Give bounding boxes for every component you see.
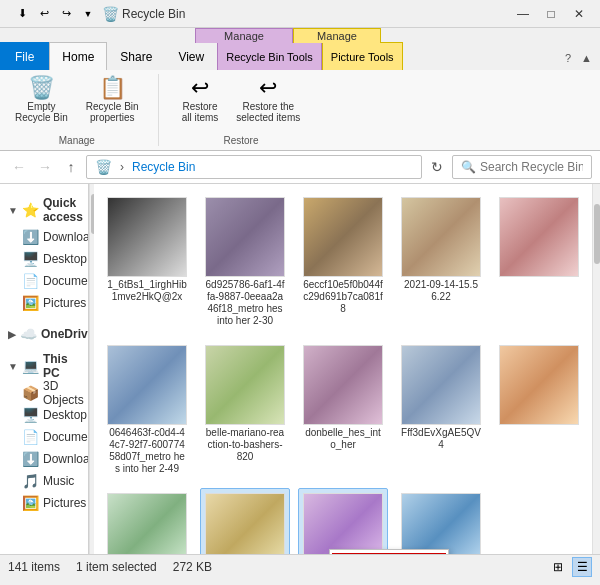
forward-btn[interactable]: → [34, 156, 56, 178]
search-input[interactable] [480, 160, 583, 174]
ribbon-content: 🗑️ EmptyRecycle Bin 📋 Recycle Binpropert… [0, 70, 600, 150]
ribbon-group-manage: 🗑️ EmptyRecycle Bin 📋 Recycle Binpropert… [8, 74, 159, 146]
documents-label: Documents [43, 274, 89, 288]
recycle-bin-properties-btn[interactable]: 📋 Recycle Binproperties [79, 74, 146, 126]
view-large-icons-btn[interactable]: ⊞ [548, 557, 568, 577]
onedrive-section[interactable]: ▶ ☁️ OneDrive [0, 322, 88, 344]
ribbon-collapse-btn[interactable]: ▲ [577, 50, 596, 66]
restore-selected-btn[interactable]: ↩ Restore theselected items [229, 74, 307, 126]
onedrive-icon: ☁️ [20, 326, 37, 342]
file-item-9[interactable]: Fff3dEvXgAE5QV4 [396, 340, 486, 480]
qat-undo-btn[interactable]: ↩ [34, 4, 54, 24]
tab-share[interactable]: Share [107, 42, 165, 70]
window-icon: 🗑️ [102, 6, 118, 22]
sidebar-item-3dobjects[interactable]: 📦 3D Objects [0, 382, 88, 404]
tab-file[interactable]: File [0, 42, 49, 70]
ribbon: Manage Manage File Home Share View Recyc… [0, 28, 600, 151]
up-btn[interactable]: ↑ [60, 156, 82, 178]
sidebar-item-pc-documents[interactable]: 📄 Documents [0, 426, 88, 448]
file-item-10[interactable] [494, 340, 584, 480]
desktop-icon: 🖥️ [22, 251, 39, 267]
this-pc-section[interactable]: ▼ 💻 This PC [0, 348, 88, 382]
tab-manage-recyclebin[interactable]: Recycle Bin Tools [217, 42, 322, 70]
file-item-13[interactable]: Restore Cut Delete Properties [298, 488, 388, 554]
restore-all-label: Restoreall items [182, 101, 219, 123]
empty-bin-icon: 🗑️ [28, 77, 55, 99]
sidebar: ▼ ⭐ Quick access ⬇️ Downloads 📌 🖥️ Deskt… [0, 184, 89, 554]
sidebar-item-downloads[interactable]: ⬇️ Downloads 📌 [0, 226, 88, 248]
search-box[interactable]: 🔍 [452, 155, 592, 179]
pc-desktop-label: Desktop [43, 408, 87, 422]
file-grid: 1_6tBs1_1irghHib1mve2HkQ@2x 6d925786-6af… [102, 192, 584, 554]
file-item-4[interactable]: 2021-09-14-15.56.22 [396, 192, 486, 332]
file-item-8[interactable]: donbelle_hes_into_her [298, 340, 388, 480]
path-icon: 🗑️ [95, 159, 112, 175]
3dobjects-icon: 📦 [22, 385, 39, 401]
maximize-btn[interactable]: □ [538, 4, 564, 24]
restore-selected-label: Restore theselected items [236, 101, 300, 123]
context-menu: Restore Cut Delete Properties [329, 549, 449, 554]
file-item-6[interactable]: 0646463f-c0d4-44c7-92f7-60077458d07f_met… [102, 340, 192, 480]
properties-label: Recycle Binproperties [86, 101, 139, 123]
ribbon-help-btn[interactable]: ? [561, 50, 575, 66]
file-name-3: 6eccf10e5f0b044fc29d691b7ca081f8 [303, 279, 383, 315]
minimize-btn[interactable]: — [510, 4, 536, 24]
quick-access-expand: ▼ [8, 205, 18, 216]
file-item-7[interactable]: belle-mariano-reaction-to-bashers-820 [200, 340, 290, 480]
file-thumb-14 [401, 493, 481, 554]
qat-redo-btn[interactable]: ↪ [56, 4, 76, 24]
file-thumb-6 [107, 345, 187, 425]
sidebar-item-desktop[interactable]: 🖥️ Desktop 📌 [0, 248, 88, 270]
back-btn[interactable]: ← [8, 156, 30, 178]
file-item-14[interactable]: TeamGalaxy-Donnybelle-brings-awesome-to-… [396, 488, 486, 554]
file-area-wrapper: 1_6tBs1_1irghHib1mve2HkQ@2x 6d925786-6af… [94, 184, 600, 554]
quick-access-label: Quick access [43, 196, 83, 224]
downloads-icon: ⬇️ [22, 229, 39, 245]
ribbon-group-restore: ↩ Restoreall items ↩ Restore theselected… [175, 74, 320, 146]
context-menu-restore[interactable]: Restore [332, 553, 446, 554]
properties-icon: 📋 [99, 77, 126, 99]
sidebar-item-pc-downloads[interactable]: ⬇️ Downloads [0, 448, 88, 470]
this-pc-label: This PC [43, 352, 80, 380]
tab-home[interactable]: Home [49, 42, 107, 70]
sidebar-item-pictures[interactable]: 🖼️ Pictures 📌 [0, 292, 88, 314]
sidebar-item-documents[interactable]: 📄 Documents 📌 [0, 270, 88, 292]
file-item-2[interactable]: 6d925786-6af1-4ffa-9887-0eeaa2a46f18_met… [200, 192, 290, 332]
title-bar: ⬇ ↩ ↪ ▼ 🗑️ Recycle Bin — □ ✕ [0, 0, 600, 28]
file-item-3[interactable]: 6eccf10e5f0b044fc29d691b7ca081f8 [298, 192, 388, 332]
tab-view[interactable]: View [165, 42, 217, 70]
file-thumb-11 [107, 493, 187, 554]
file-item-12[interactable]: metro-don donny-pa n-belle-mi hes-into-h [200, 488, 290, 554]
view-list-btn[interactable]: ☰ [572, 557, 592, 577]
file-item-1[interactable]: 1_6tBs1_1irghHib1mve2HkQ@2x [102, 192, 192, 332]
sidebar-item-pc-desktop[interactable]: 🖥️ Desktop [0, 404, 88, 426]
file-thumb-7 [205, 345, 285, 425]
this-pc-expand: ▼ [8, 361, 18, 372]
file-thumb-12 [205, 493, 285, 554]
file-thumb-4 [401, 197, 481, 277]
title-bar-left: ⬇ ↩ ↪ ▼ 🗑️ Recycle Bin [8, 4, 510, 24]
qat-save-btn[interactable]: ⬇ [12, 4, 32, 24]
sidebar-item-music[interactable]: 🎵 Music [0, 470, 88, 492]
empty-recycle-bin-btn[interactable]: 🗑️ EmptyRecycle Bin [8, 74, 75, 126]
file-scrolltrack[interactable] [592, 184, 600, 554]
restore-selected-icon: ↩ [259, 77, 277, 99]
file-thumb-13 [303, 493, 383, 554]
quick-access-section[interactable]: ▼ ⭐ Quick access [0, 192, 88, 226]
address-bar: ← → ↑ 🗑️ › Recycle Bin ↻ 🔍 [0, 151, 600, 184]
tab-manage-picture[interactable]: Picture Tools [322, 42, 403, 70]
qat-dropdown-btn[interactable]: ▼ [78, 4, 98, 24]
pc-pictures-icon: 🖼️ [22, 495, 39, 511]
file-name-2: 6d925786-6af1-4ffa-9887-0eeaa2a46f18_met… [205, 279, 285, 327]
file-item-11[interactable]: FfISynnaEAAVG3N [102, 488, 192, 554]
sidebar-item-pc-pictures[interactable]: 🖼️ Pictures [0, 492, 88, 514]
file-item-5[interactable] [494, 192, 584, 332]
search-icon: 🔍 [461, 160, 476, 174]
restore-all-btn[interactable]: ↩ Restoreall items [175, 74, 226, 126]
pc-desktop-icon: 🖥️ [22, 407, 39, 423]
address-path[interactable]: 🗑️ › Recycle Bin [86, 155, 422, 179]
close-btn[interactable]: ✕ [566, 4, 592, 24]
file-thumb-8 [303, 345, 383, 425]
onedrive-label: OneDrive [41, 327, 89, 341]
refresh-btn[interactable]: ↻ [426, 156, 448, 178]
